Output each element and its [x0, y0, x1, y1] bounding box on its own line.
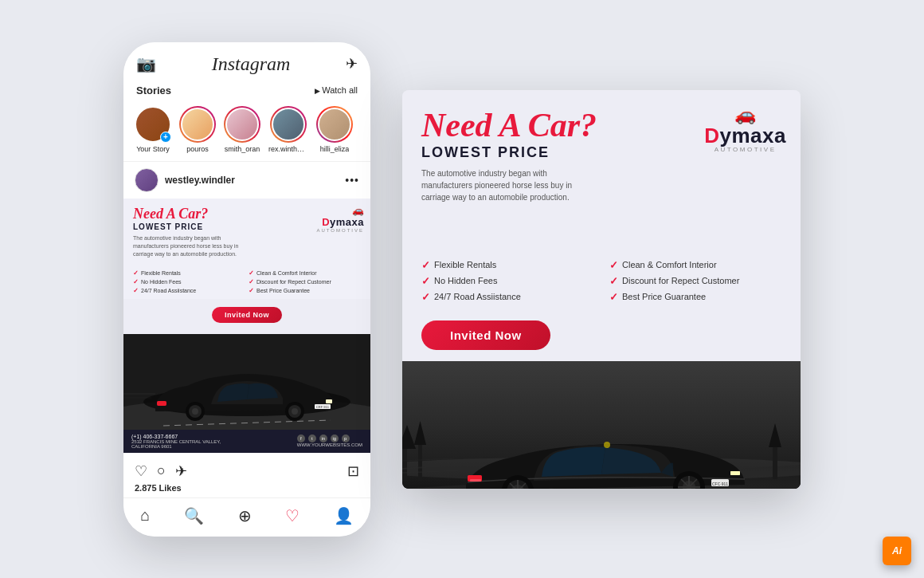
story-smith[interactable]: smith_oran [224, 106, 260, 153]
big-feature-1: Flexible Rentals [421, 259, 593, 271]
big-brand: 🚗 Dymaxa AUTOMOTIVE [704, 104, 786, 153]
svg-point-12 [292, 408, 298, 415]
big-feature-2: Clean & Comfort Interior [609, 259, 781, 271]
ig-logo: Instagram [212, 53, 291, 75]
svg-rect-26 [773, 447, 777, 479]
big-ad-top: Need A Car? LOWEST PRICE The automotive … [402, 90, 801, 250]
phone-footer-addr: 2532 FRANCIS MINE CENTRAL VALLEY,CALIFOR… [131, 439, 221, 449]
phone-mockup: 📷 Instagram ✈ Stories Watch all + Your S… [123, 42, 370, 537]
svg-text:CFC·911: CFC·911 [712, 481, 728, 486]
share-icon[interactable]: ✈ [175, 462, 187, 480]
phone-brand-sub: AUTOMOTIVE [316, 228, 364, 233]
story-hilli[interactable]: hilli_eliza [316, 106, 353, 153]
phone-feature-2: Clean & Comfort Interior [249, 269, 361, 277]
big-car-section: CFC·911 [402, 361, 801, 489]
twitter-icon2: t [308, 434, 316, 442]
svg-rect-5 [157, 401, 166, 406]
phone-ad-top: Need A Car? LOWEST PRICE The automotive … [123, 199, 370, 265]
post-username: westley.windler [165, 175, 339, 186]
pinterest-icon: p [342, 434, 350, 442]
likes-count: 2.875 Likes [123, 483, 370, 497]
phone-brand-name: Dymaxa [316, 216, 364, 228]
stories-header: Stories Watch all [123, 81, 370, 100]
svg-rect-31 [470, 479, 481, 482]
big-invite-wrap: Invited Now [402, 313, 801, 361]
story-rex[interactable]: rex.wintheiser [268, 106, 308, 153]
post-options-icon[interactable]: ••• [345, 174, 359, 187]
big-brand-name: Dymaxa [704, 125, 786, 146]
nav-add-icon[interactable]: ⊕ [238, 506, 252, 525]
phone-ad-footer: (+1) 406-337-6667 2532 FRANCIS MINE CENT… [123, 430, 370, 453]
svg-rect-6 [326, 399, 332, 403]
svg-text:CRF 911: CRF 911 [316, 405, 330, 409]
add-story-icon[interactable]: + [160, 132, 171, 143]
stories-row: + Your Story pouros smith_oran [123, 100, 370, 161]
post-actions: ♡ ○ ✈ ⊡ [123, 456, 370, 483]
phone-feature-1: Flexible Rentals [133, 269, 245, 277]
story-name-smith: smith_oran [225, 145, 260, 153]
phone-ad-description: The automotive industry began with manuf… [133, 234, 245, 258]
twitter-icon: f [297, 434, 305, 442]
big-feature-6: Best Price Guarantee [609, 291, 781, 303]
phone-feature-6: Best Price Guarantee [249, 287, 361, 294]
phone-features: Flexible Rentals Clean & Comfort Interio… [123, 265, 370, 299]
svg-rect-24 [418, 445, 422, 481]
big-feature-5: 24/7 Road Assiistance [421, 291, 593, 303]
ig-header: 📷 Instagram ✈ [123, 42, 370, 81]
post-avatar [135, 168, 159, 192]
watch-all-link[interactable]: Watch all [315, 85, 358, 95]
big-features: Flexible Rentals Clean & Comfort Interio… [402, 250, 801, 313]
phone-feature-5: 24/7 Road Assiistance [133, 287, 245, 294]
nav-heart-icon[interactable]: ♡ [285, 506, 300, 525]
bookmark-icon[interactable]: ⊡ [347, 462, 359, 480]
big-brand-car-icon: 🚗 [704, 104, 786, 125]
phone-footer-phone: (+1) 406-337-6667 [131, 434, 221, 439]
nav-search-icon[interactable]: 🔍 [184, 506, 204, 525]
svg-point-9 [192, 408, 198, 415]
story-your[interactable]: + Your Story [135, 106, 171, 153]
send-icon[interactable]: ✈ [346, 55, 358, 73]
phone-feature-3: No Hidden Fees [133, 278, 245, 285]
phone-brand-car-icon: 🚗 [316, 205, 364, 216]
phone-brand: 🚗 Dymaxa AUTOMOTIVE [316, 205, 364, 233]
big-ad-description: The automotive industry began with manuf… [421, 167, 581, 203]
story-name-pouros: pouros [186, 145, 209, 153]
nav-home-icon[interactable]: ⌂ [140, 506, 150, 525]
phone-ad-card: Need A Car? LOWEST PRICE The automotive … [123, 199, 370, 456]
ai-badge: Ai [883, 537, 911, 565]
big-ad-card: Need A Car? LOWEST PRICE The automotive … [402, 90, 801, 489]
camera-icon[interactable]: 📷 [136, 54, 156, 73]
story-name-your: Your Story [136, 145, 170, 153]
story-name-hilli: hilli_eliza [320, 145, 350, 153]
stories-label: Stories [136, 85, 171, 96]
post-header: westley.windler ••• [123, 161, 370, 199]
story-name-rex: rex.wintheiser [268, 145, 308, 153]
svg-rect-33 [730, 471, 740, 475]
svg-point-52 [604, 442, 610, 448]
story-pouros[interactable]: pouros [179, 106, 216, 153]
svg-rect-22 [402, 449, 407, 481]
nav-profile-icon[interactable]: 👤 [334, 506, 354, 525]
phone-footer-web: WWW.YOURWEBSITES.COM [297, 442, 362, 447]
big-brand-sub: AUTOMOTIVE [704, 146, 786, 153]
linkedin-icon: in [319, 434, 327, 442]
big-feature-3: No Hidden Fees [421, 275, 593, 287]
big-feature-4: Discount for Repect Customer [609, 275, 781, 287]
like-icon[interactable]: ♡ [135, 462, 147, 480]
instagram-icon: ig [331, 434, 339, 442]
phone-invite-button[interactable]: Invited Now [212, 307, 282, 323]
phone-feature-4: Discount for Repect Customer [249, 278, 361, 285]
comment-icon[interactable]: ○ [157, 462, 166, 479]
bottom-nav: ⌂ 🔍 ⊕ ♡ 👤 [123, 497, 370, 537]
phone-social-icons: f t in ig p [297, 434, 362, 442]
phone-car-image: CRF 911 [123, 334, 370, 430]
big-invite-button[interactable]: Invited Now [421, 320, 550, 350]
